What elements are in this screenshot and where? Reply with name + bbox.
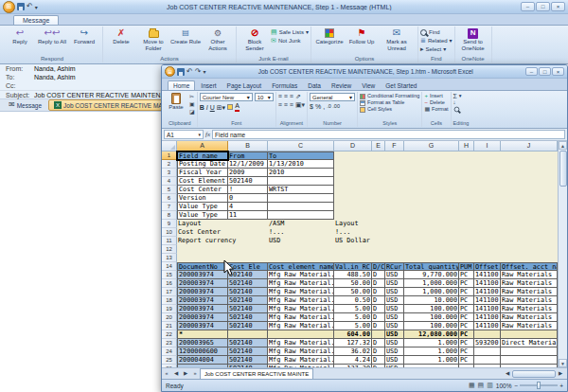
cell-H18[interactable]: PC — [459, 296, 474, 305]
align-left-icon[interactable]: ≡ — [278, 101, 282, 109]
fx-ic[interactable]: fx — [205, 131, 210, 138]
name-box[interactable]: A1 ▾ — [164, 130, 204, 139]
row-header-24[interactable]: 24 — [162, 347, 177, 356]
cell-D18[interactable]: 0.50 — [334, 296, 372, 305]
tab-insert[interactable]: Insert — [196, 81, 221, 90]
row-header-7[interactable]: 7 — [162, 203, 177, 211]
excel-qat-dropdown-icon[interactable]: ▾ — [203, 68, 205, 75]
cell-C2[interactable]: 1/13/2010 — [268, 160, 334, 169]
excel-redo-icon[interactable]: ↷ — [195, 68, 202, 76]
cell-A10[interactable]: Cost Center — [177, 228, 228, 237]
attachment-tab-message[interactable]: ✉ Message — [4, 100, 46, 110]
row-header-26[interactable]: 26 — [162, 365, 177, 367]
row-header-1[interactable]: 1 — [162, 151, 177, 160]
cell-B10[interactable] — [228, 228, 268, 237]
tab-review[interactable]: Review — [327, 81, 356, 90]
cell-E18[interactable]: D — [372, 296, 385, 305]
cell-B6[interactable]: 0 — [228, 194, 268, 203]
cell-C20[interactable]: Mfg Raw Material... — [268, 313, 334, 322]
find-button[interactable]: Find — [420, 28, 453, 36]
cut-icon[interactable]: ✂ — [189, 94, 195, 100]
cell-J19[interactable]: Raw Materials — [501, 305, 558, 313]
cell-I23[interactable]: 593200 — [474, 339, 501, 347]
scroll-left-icon[interactable]: ◀ — [503, 368, 512, 379]
cell-B16[interactable]: 502140 — [228, 279, 268, 288]
cell-A7[interactable]: Value Type — [177, 203, 228, 211]
percent-format-icon[interactable]: % — [315, 102, 321, 111]
cell-A1[interactable]: Field name — [177, 151, 228, 160]
borders-icon[interactable]: ⊞▾ — [217, 103, 225, 112]
font-size-select[interactable]: 10 ▾ — [255, 93, 274, 101]
row-header-16[interactable]: 16 — [162, 279, 177, 288]
row-header-20[interactable]: 20 — [162, 313, 177, 322]
cell-C5[interactable]: WRTST — [268, 186, 334, 194]
cell-D26[interactable]: 137.30 — [334, 365, 372, 367]
zoom-in-icon[interactable]: + — [559, 383, 563, 389]
scroll-up-icon[interactable]: ▲ — [559, 141, 567, 150]
cell-E21[interactable]: D — [372, 322, 385, 330]
align-top-icon[interactable]: ≡ — [278, 93, 282, 100]
cell-B22[interactable] — [228, 330, 268, 339]
cell-I18[interactable]: 141100 — [474, 296, 501, 305]
cell-E23[interactable]: D — [372, 339, 385, 347]
send-to-onenote-button[interactable]: N Send to OneNote — [457, 27, 489, 51]
prev-sheet-button[interactable]: ◀ — [171, 368, 181, 379]
cell-H17[interactable]: PC — [459, 288, 474, 296]
cell-J22[interactable] — [501, 330, 558, 339]
cell-A8[interactable]: Value Type — [177, 211, 228, 220]
cell-J25[interactable] — [501, 356, 558, 365]
cell-A19[interactable]: 200003974 — [177, 305, 228, 313]
close-button[interactable]: × — [551, 2, 565, 11]
cell-D16[interactable]: 50.00 — [334, 279, 372, 288]
cell-J18[interactable]: Raw Materials — [501, 296, 558, 305]
tab-page-layout[interactable]: Page Layout — [222, 81, 267, 90]
cell-I17[interactable]: 141100 — [474, 288, 501, 296]
cell-D22[interactable]: 604.00 — [334, 330, 372, 339]
fill-color-icon[interactable] — [227, 104, 233, 110]
align-bottom-icon[interactable]: ≡ — [290, 93, 293, 100]
excel-save-icon[interactable] — [177, 68, 185, 76]
not-junk-button[interactable]: ✉ Not Junk — [271, 37, 309, 45]
cell-B21[interactable]: 502140 — [228, 322, 268, 330]
cell-I24[interactable] — [474, 347, 501, 356]
comma-format-icon[interactable]: , — [323, 102, 325, 111]
cell-A26[interactable] — [177, 365, 228, 367]
cell-G26[interactable] — [404, 365, 459, 367]
cell-I25[interactable] — [474, 356, 501, 365]
row-header-2[interactable]: 2 — [162, 160, 177, 169]
cell-D9[interactable]: Layout — [334, 220, 372, 228]
cell-F16[interactable]: USD — [385, 279, 404, 288]
cell-B20[interactable]: 502140 — [228, 313, 268, 322]
row-header-25[interactable]: 25 — [162, 356, 177, 365]
cell-F26[interactable]: USD — [385, 365, 404, 367]
normal-view-icon[interactable]: ▦ — [469, 381, 475, 390]
cell-B26[interactable]: 502140 — [228, 365, 268, 367]
cell-J26[interactable] — [501, 365, 558, 367]
conditional-formatting-button[interactable]: Conditional Formatting — [360, 93, 419, 99]
cell-F19[interactable]: USD — [385, 305, 404, 313]
cell-J14[interactable]: Offset. acct name — [501, 262, 558, 271]
cell-B18[interactable]: 502140 — [228, 296, 268, 305]
cell-G15[interactable]: 9,770.000 — [404, 271, 459, 279]
cell-F24[interactable]: USD — [385, 347, 404, 356]
column-header-D[interactable]: D — [334, 141, 372, 151]
cell-A24[interactable]: 1200000600 — [177, 347, 228, 356]
cell-G21[interactable]: 100.000 — [404, 322, 459, 330]
follow-up-button[interactable]: ⚑ Follow Up — [346, 27, 378, 45]
cell-C9[interactable]: /ASM — [268, 220, 334, 228]
cell-H24[interactable]: PC — [459, 347, 474, 356]
cell-A4[interactable]: Cost Element — [177, 177, 228, 186]
cell-F23[interactable]: USD — [385, 339, 404, 347]
cell-C11[interactable]: USD — [268, 237, 334, 245]
office-button-excel[interactable]: ⊞ — [165, 66, 175, 77]
tab-message[interactable]: Message — [13, 15, 59, 25]
save-icon[interactable] — [17, 3, 25, 10]
cell-C10[interactable]: !... — [268, 228, 334, 237]
paste-button[interactable]: Paste — [165, 92, 187, 120]
cell-D24[interactable]: 36.02 — [334, 347, 372, 356]
cell-C7[interactable] — [268, 203, 334, 211]
number-format-select[interactable]: General ▾ — [310, 93, 355, 101]
column-header-J[interactable]: J — [501, 141, 558, 151]
row-header-9[interactable]: 9 — [162, 220, 177, 228]
column-header-H[interactable]: H — [459, 141, 474, 151]
